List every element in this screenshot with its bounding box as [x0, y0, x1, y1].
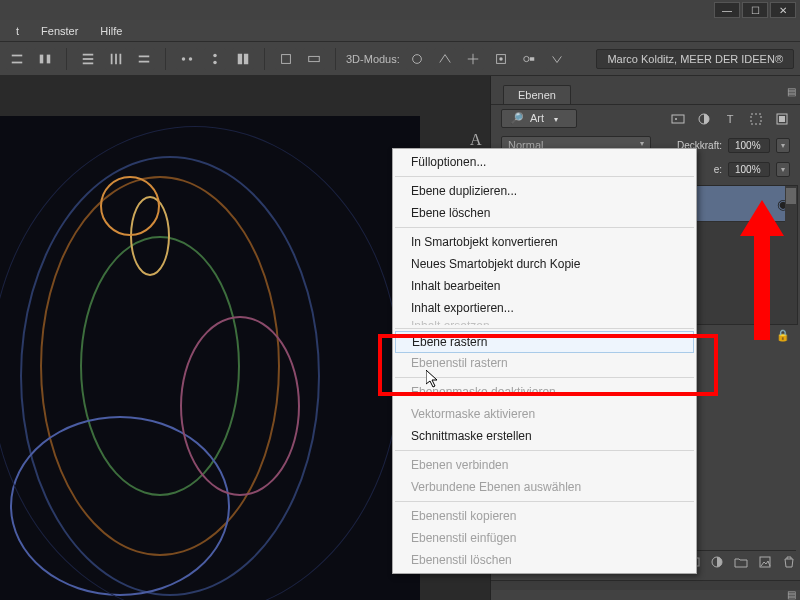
filter-type-icon[interactable]: T — [722, 111, 738, 127]
window-titlebar: — ☐ ✕ — [0, 0, 800, 20]
svg-rect-30 — [779, 116, 785, 122]
svg-rect-8 — [115, 53, 117, 64]
group-icon[interactable] — [734, 555, 748, 569]
adjustment-layer-icon[interactable] — [710, 555, 724, 569]
layer-filter-select[interactable]: 🔎Art▾ — [501, 109, 577, 128]
svg-rect-4 — [83, 53, 94, 55]
menu-item-inhalt-ersetzen[interactable]: Inhalt ersetzen... — [393, 319, 696, 325]
menu-item-ebenenstil-l-schen: Ebenenstil löschen — [393, 549, 696, 571]
menu-item-in-smartobjekt-konvertieren[interactable]: In Smartobjekt konvertieren — [393, 231, 696, 253]
svg-rect-25 — [672, 115, 684, 123]
panel-menu-bottom-icon[interactable]: ▤ — [787, 589, 796, 600]
menu-item-ebenenstil-kopieren: Ebenenstil kopieren — [393, 505, 696, 527]
align-icon-1[interactable] — [6, 48, 28, 70]
svg-point-15 — [213, 60, 217, 64]
svg-rect-1 — [12, 61, 23, 63]
svg-rect-10 — [139, 55, 150, 57]
dist-icon-1[interactable] — [77, 48, 99, 70]
window-minimize-button[interactable]: — — [714, 2, 740, 18]
svg-rect-6 — [83, 62, 94, 64]
fill-value[interactable]: 100% — [728, 162, 770, 177]
svg-rect-11 — [139, 60, 150, 62]
menu-item-inhalt-bearbeiten[interactable]: Inhalt bearbeiten — [393, 275, 696, 297]
svg-rect-28 — [751, 114, 761, 124]
separator — [165, 48, 166, 70]
menu-item-ebene-l-schen[interactable]: Ebene löschen — [393, 202, 696, 224]
svg-point-20 — [412, 54, 421, 63]
tab-ebenen[interactable]: Ebenen — [503, 85, 571, 104]
svg-point-22 — [499, 57, 503, 61]
separator — [264, 48, 265, 70]
mode-icon-2[interactable] — [434, 48, 456, 70]
filter-smart-icon[interactable] — [774, 111, 790, 127]
window-maximize-button[interactable]: ☐ — [742, 2, 768, 18]
svg-point-13 — [189, 57, 193, 61]
mode-icon-5[interactable] — [518, 48, 540, 70]
layers-scrollbar[interactable] — [785, 186, 797, 324]
opacity-dropdown-icon[interactable]: ▾ — [776, 138, 790, 153]
mode-icon-4[interactable] — [490, 48, 512, 70]
canvas[interactable] — [0, 116, 420, 600]
menu-fenster[interactable]: Fenster — [33, 22, 86, 40]
menu-item-ebene-duplizieren[interactable]: Ebene duplizieren... — [393, 180, 696, 202]
svg-rect-18 — [282, 54, 291, 63]
menubar: t Fenster Hilfe — [0, 20, 800, 42]
svg-point-23 — [524, 56, 529, 61]
menu-item-vektormaske-aktivieren: Vektormaske aktivieren — [393, 403, 696, 425]
dist-icon-6[interactable] — [232, 48, 254, 70]
panel-menu-icon[interactable]: ▤ — [787, 86, 796, 97]
menu-hilfe[interactable]: Hilfe — [92, 22, 130, 40]
svg-point-26 — [675, 118, 677, 120]
svg-rect-5 — [83, 58, 94, 60]
dist-icon-7[interactable] — [275, 48, 297, 70]
svg-rect-9 — [120, 53, 122, 64]
svg-rect-24 — [530, 57, 534, 61]
fill-dropdown-icon[interactable]: ▾ — [776, 162, 790, 177]
fill-label: e: — [714, 164, 722, 175]
svg-rect-19 — [309, 56, 320, 61]
menu-item-ebenenmaske-deaktivieren: Ebenenmaske deaktivieren — [393, 381, 696, 403]
dist-icon-3[interactable] — [133, 48, 155, 70]
menu-item-inhalt-exportieren[interactable]: Inhalt exportieren... — [393, 297, 696, 319]
separator — [66, 48, 67, 70]
menu-item-verbundene-ebenen-ausw-hlen: Verbundene Ebenen auswählen — [393, 476, 696, 498]
menu-item-ebene-rastern[interactable]: Ebene rastern — [395, 331, 694, 353]
panel-divider — [491, 580, 800, 590]
svg-point-12 — [182, 57, 186, 61]
lock-icon[interactable]: 🔒 — [776, 329, 790, 342]
new-layer-icon[interactable] — [758, 555, 772, 569]
svg-rect-2 — [40, 54, 44, 63]
menu-item-f-lloptionen[interactable]: Fülloptionen... — [393, 151, 696, 173]
dist-icon-4[interactable] — [176, 48, 198, 70]
layer-context-menu: Fülloptionen...Ebene duplizieren...Ebene… — [392, 148, 697, 574]
dist-icon-8[interactable] — [303, 48, 325, 70]
window-close-button[interactable]: ✕ — [770, 2, 796, 18]
delete-layer-icon[interactable] — [782, 555, 796, 569]
mode-icon-6[interactable] — [546, 48, 568, 70]
separator — [335, 48, 336, 70]
menu-truncated[interactable]: t — [8, 22, 27, 40]
svg-point-14 — [213, 53, 217, 57]
menu-item-schnittmaske-erstellen[interactable]: Schnittmaske erstellen — [393, 425, 696, 447]
mode-label: 3D-Modus: — [346, 53, 400, 65]
filter-shape-icon[interactable] — [748, 111, 764, 127]
options-toolbar: 3D-Modus: Marco Kolditz, MEER DER IDEEN® — [0, 42, 800, 76]
menu-item-ebenen-verbinden: Ebenen verbinden — [393, 454, 696, 476]
mode-icon-3[interactable] — [462, 48, 484, 70]
user-workspace-label[interactable]: Marco Kolditz, MEER DER IDEEN® — [596, 49, 794, 69]
dist-icon-5[interactable] — [204, 48, 226, 70]
svg-rect-17 — [244, 53, 248, 64]
svg-rect-0 — [12, 54, 23, 56]
character-panel-stub-label: A — [470, 131, 482, 149]
filter-pixel-icon[interactable] — [670, 111, 686, 127]
opacity-value[interactable]: 100% — [728, 138, 770, 153]
align-icon-2[interactable] — [34, 48, 56, 70]
filter-adjust-icon[interactable] — [696, 111, 712, 127]
menu-item-neues-smartobjekt-durch-kopie[interactable]: Neues Smartobjekt durch Kopie — [393, 253, 696, 275]
mode-icon-1[interactable] — [406, 48, 428, 70]
svg-rect-3 — [47, 54, 51, 63]
dist-icon-2[interactable] — [105, 48, 127, 70]
menu-item-ebenenstil-rastern: Ebenenstil rastern — [393, 352, 696, 374]
svg-rect-16 — [238, 53, 242, 64]
menu-item-ebenenstil-einf-gen: Ebenenstil einfügen — [393, 527, 696, 549]
